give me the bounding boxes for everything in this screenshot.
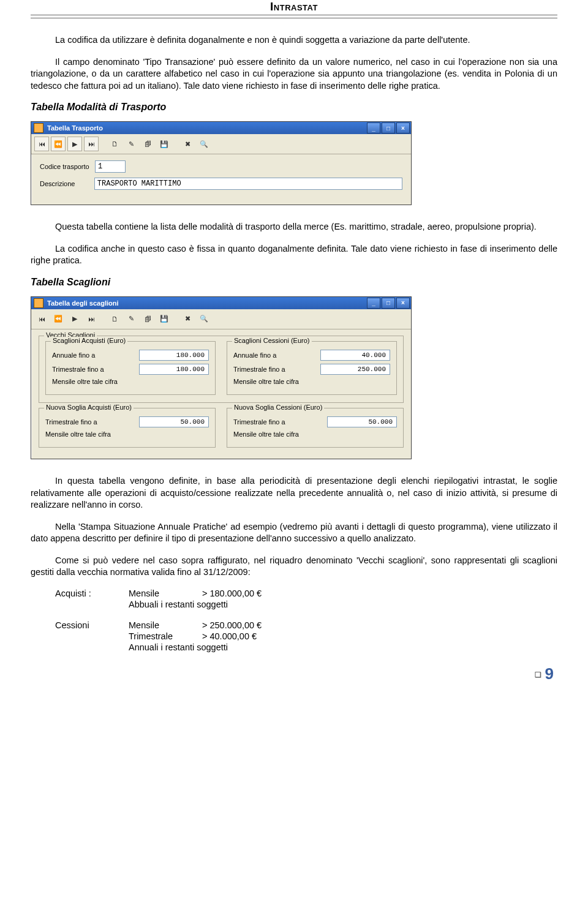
- nav-prev-button[interactable]: ⏪: [51, 312, 66, 326]
- legend-cessioni: Scaglioni Cessioni (Euro): [232, 337, 312, 344]
- toolbar: ⏮ ⏪ ▶ ⏭ 🗋 ✎ 🗐 💾 ✖ 🔍: [31, 134, 411, 154]
- delete-button[interactable]: ✖: [180, 137, 195, 151]
- section-trasporto-title: Tabella Modalità di Trasporto: [31, 102, 557, 113]
- prev-icon: ⏪: [54, 140, 62, 148]
- save-button[interactable]: 💾: [157, 137, 172, 151]
- new-button[interactable]: 🗋: [107, 312, 122, 326]
- copy-icon: 🗐: [145, 315, 151, 323]
- nav-last-button[interactable]: ⏭: [84, 137, 99, 151]
- ces-l3-c3: Annuali i restanti soggetti: [129, 642, 228, 652]
- first-icon: ⏮: [39, 140, 45, 148]
- maximize-button[interactable]: □: [382, 298, 395, 309]
- legend-acquisti: Scaglioni Acquisti (Euro): [51, 337, 127, 344]
- paragraph-4: La codifica anche in questo caso è fissa…: [31, 243, 557, 267]
- input-nces-trimestrale[interactable]: 50.000: [327, 416, 397, 427]
- titlebar-trasporto: Tabella Trasporto _ □ ×: [31, 122, 411, 134]
- paragraph-1: La codifica da utilizzare è definita dog…: [31, 34, 557, 47]
- label-codice-trasporto: Codice trasporto: [40, 163, 95, 170]
- label-nces-trimestrale: Trimestrale fino a: [233, 418, 327, 426]
- save-button[interactable]: 💾: [157, 312, 172, 326]
- input-nacq-trimestrale[interactable]: 50.000: [139, 416, 209, 427]
- nav-first-button[interactable]: ⏮: [34, 137, 49, 151]
- toolbar-scaglioni: ⏮ ⏪ ▶ ⏭ 🗋 ✎ 🗐 💾 ✖ 🔍: [31, 309, 411, 329]
- copy-button[interactable]: 🗐: [140, 312, 155, 326]
- legend-nuova-cessioni: Nuova Soglia Cessioni (Euro): [232, 404, 324, 411]
- fieldset-acquisti: Scaglioni Acquisti (Euro) Annuale fino a…: [45, 341, 216, 395]
- delete-icon: ✖: [185, 315, 190, 323]
- acq-l2-c3: Abbuali i restanti soggetti: [129, 600, 228, 609]
- nav-play-button[interactable]: ▶: [67, 137, 82, 151]
- fieldset-cessioni: Scaglioni Cessioni (Euro) Annuale fino a…: [227, 341, 397, 395]
- page-running-head: Intrastat: [31, 0, 557, 15]
- acquisti-line-1: Acquisti : Mensile > 180.000,00 €: [55, 588, 557, 598]
- input-ces-annuale[interactable]: 40.000: [320, 350, 390, 361]
- paragraph-2: Il campo denominato 'Tipo Transazione' p…: [31, 56, 557, 92]
- search-button[interactable]: 🔍: [197, 137, 211, 151]
- acq-l1-c3: > 180.000,00 €: [202, 588, 262, 598]
- page-bullet-icon: ❑: [535, 671, 541, 679]
- window-scaglioni: Tabella degli scaglioni _ □ × ⏮ ⏪ ▶ ⏭ 🗋 …: [31, 296, 412, 459]
- search-icon: 🔍: [200, 315, 208, 323]
- cessioni-line-1: Cessioni Mensile > 250.000,00 €: [55, 620, 557, 630]
- close-button[interactable]: ×: [396, 298, 410, 309]
- window-title: Tabella Trasporto: [47, 124, 103, 132]
- fieldset-vecchi-scaglioni: Vecchi Scaglioni Scaglioni Acquisti (Eur…: [39, 336, 404, 403]
- copy-button[interactable]: 🗐: [140, 137, 155, 151]
- nav-first-button[interactable]: ⏮: [34, 312, 49, 326]
- input-codice-trasporto[interactable]: 1: [95, 160, 126, 173]
- delete-button[interactable]: ✖: [180, 312, 195, 326]
- save-icon: 💾: [160, 140, 168, 148]
- nav-prev-button[interactable]: ⏪: [51, 137, 66, 151]
- maximize-button[interactable]: □: [382, 122, 395, 133]
- ces-l1-c2: Mensile: [129, 620, 202, 630]
- nav-play-button[interactable]: ▶: [67, 312, 82, 326]
- acq-label: Acquisti :: [55, 588, 129, 598]
- window-title: Tabella degli scaglioni: [47, 299, 119, 307]
- new-button[interactable]: 🗋: [107, 137, 122, 151]
- delete-icon: ✖: [185, 140, 190, 148]
- label-acq-trimestrale: Trimestrale fino a: [52, 366, 139, 373]
- search-icon: 🔍: [200, 140, 208, 148]
- fieldset-nuova-acquisti: Nuova Soglia Acquisti (Euro) Trimestrale…: [39, 408, 216, 448]
- label-nces-mensile: Mensile oltre tale cifra: [233, 430, 327, 438]
- first-icon: ⏮: [39, 315, 45, 323]
- nav-last-button[interactable]: ⏭: [84, 312, 99, 326]
- label-acq-annuale: Annuale fino a: [52, 351, 139, 359]
- play-icon: ▶: [72, 315, 77, 323]
- legend-nuova-acquisti: Nuova Soglia Acquisti (Euro): [44, 404, 134, 411]
- input-acq-annuale[interactable]: 180.000: [139, 350, 209, 361]
- save-icon: 💾: [160, 315, 168, 323]
- copy-icon: 🗐: [145, 140, 151, 148]
- ces-label: Cessioni: [55, 620, 129, 630]
- edit-button[interactable]: ✎: [124, 312, 138, 326]
- ces-l1-c3: > 250.000,00 €: [202, 620, 262, 630]
- label-ces-trimestrale: Trimestrale fino a: [233, 366, 320, 373]
- paragraph-3: Questa tabella contiene la lista delle m…: [31, 221, 557, 233]
- minimize-button[interactable]: _: [367, 122, 380, 133]
- label-ces-annuale: Annuale fino a: [233, 351, 320, 359]
- input-ces-trimestrale[interactable]: 250.000: [320, 364, 390, 375]
- page-number: ❑9: [31, 664, 557, 683]
- fieldset-nuova-cessioni: Nuova Soglia Cessioni (Euro) Trimestrale…: [227, 408, 404, 448]
- label-nacq-trimestrale: Trimestrale fino a: [45, 418, 139, 426]
- label-ces-mensile: Mensile oltre tale cifra: [233, 378, 320, 385]
- last-icon: ⏭: [88, 140, 95, 148]
- prev-icon: ⏪: [54, 315, 62, 323]
- minimize-button[interactable]: _: [367, 298, 380, 309]
- acquisti-line-2: Abbuali i restanti soggetti: [55, 600, 557, 609]
- search-button[interactable]: 🔍: [197, 312, 211, 326]
- label-acq-mensile: Mensile oltre tale cifra: [52, 378, 139, 385]
- window-icon: [34, 298, 43, 308]
- cessioni-line-2: Trimestrale > 40.000,00 €: [55, 631, 557, 641]
- label-descrizione: Descrizione: [40, 180, 94, 187]
- titlebar-scaglioni: Tabella degli scaglioni _ □ ×: [31, 297, 411, 309]
- input-acq-trimestrale[interactable]: 180.000: [139, 364, 209, 375]
- window-icon: [34, 123, 43, 133]
- close-button[interactable]: ×: [396, 122, 410, 133]
- edit-button[interactable]: ✎: [124, 137, 138, 151]
- section-scaglioni-title: Tabella Scaglioni: [31, 277, 557, 288]
- ces-l2-c2: Trimestrale: [129, 631, 202, 641]
- input-descrizione[interactable]: TRASPORTO MARITTIMO: [94, 178, 402, 190]
- acq-l1-c2: Mensile: [129, 588, 202, 598]
- new-icon: 🗋: [111, 140, 118, 148]
